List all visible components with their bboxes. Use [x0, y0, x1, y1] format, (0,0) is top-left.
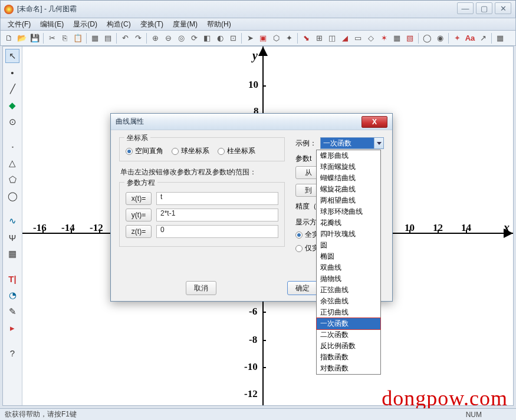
open-icon[interactable]: 📂: [16, 32, 28, 44]
tool-icon[interactable]: ▤: [102, 32, 114, 44]
dropdown-item[interactable]: 反比例函数: [317, 340, 380, 352]
redo-icon[interactable]: ↷: [132, 32, 144, 44]
cancel-button[interactable]: 取消: [186, 281, 216, 295]
prism-tool[interactable]: ⬠: [5, 173, 19, 187]
tool-icon[interactable]: ⬊: [300, 32, 312, 44]
menu-help[interactable]: 帮助(H): [202, 18, 236, 31]
dropdown-item[interactable]: 蝶形曲线: [317, 150, 380, 161]
yt-input[interactable]: 2*t-1: [156, 209, 278, 221]
cut-icon[interactable]: ✂: [46, 32, 58, 44]
tool-icon[interactable]: ▦: [89, 32, 101, 44]
tool-icon[interactable]: ◫: [326, 32, 338, 44]
text-icon[interactable]: Aa: [464, 32, 476, 44]
tool-icon[interactable]: ↗: [477, 32, 489, 44]
curve-tool[interactable]: ∿: [5, 214, 19, 228]
new-icon[interactable]: 🗋: [3, 32, 15, 44]
zoom-icon[interactable]: ⊕: [149, 32, 161, 44]
cube-tool[interactable]: ⬞: [5, 140, 19, 154]
menu-measure[interactable]: 度量(M): [168, 18, 202, 31]
tool-icon[interactable]: ◇: [365, 32, 377, 44]
tool-icon[interactable]: ◧: [201, 32, 213, 44]
radio-sphere[interactable]: 球坐标系: [172, 146, 209, 156]
dropdown-item[interactable]: 双曲线: [317, 262, 380, 273]
measure-tool[interactable]: ◔: [5, 288, 19, 302]
pointer-tool[interactable]: ↖: [5, 49, 19, 63]
point-tool[interactable]: •: [5, 65, 19, 80]
dropdown-item[interactable]: 指数函数: [317, 352, 380, 363]
menu-construct[interactable]: 构造(C): [102, 18, 136, 31]
tool-icon[interactable]: ◐: [214, 32, 226, 44]
undo-icon[interactable]: ↶: [119, 32, 131, 44]
dialog-close-button[interactable]: X: [361, 116, 387, 128]
pen-tool[interactable]: ✎: [5, 305, 19, 319]
tetra-tool[interactable]: △: [5, 156, 19, 170]
tool-icon[interactable]: ⊞: [313, 32, 325, 44]
tool-icon[interactable]: ⟳: [188, 32, 200, 44]
menu-transform[interactable]: 变换(T): [136, 18, 168, 31]
dropdown-item[interactable]: 球形环绕曲线: [317, 206, 380, 217]
text-tool[interactable]: T|: [5, 272, 19, 286]
dropdown-item[interactable]: 正弦曲线: [317, 285, 380, 296]
example-combo[interactable]: 一次函数: [320, 137, 384, 149]
close-button[interactable]: ✕: [495, 2, 511, 14]
tool-icon[interactable]: ✦: [283, 32, 295, 44]
tool-icon[interactable]: ⬡: [270, 32, 282, 44]
tool-icon[interactable]: ▧: [404, 32, 416, 44]
tool-icon[interactable]: ▣: [257, 32, 269, 44]
radio-rect[interactable]: 空间直角: [126, 146, 163, 156]
paste-icon[interactable]: 📋: [72, 32, 84, 44]
example-dropdown-list[interactable]: 蝶形曲线球面螺旋线蝴蝶结曲线螺旋花曲线两相望曲线球形环绕曲线花瓣线四叶玫瑰线圆椭…: [316, 150, 381, 375]
tool-icon[interactable]: ◎: [175, 32, 187, 44]
ok-button[interactable]: 确定: [287, 281, 318, 295]
zt-button[interactable]: z(t)=: [126, 225, 152, 238]
dropdown-item[interactable]: 正切曲线: [317, 307, 380, 318]
maximize-button[interactable]: ▢: [476, 2, 492, 14]
copy-icon[interactable]: ⎘: [59, 32, 71, 44]
yt-button[interactable]: y(t)=: [126, 209, 152, 221]
minimize-button[interactable]: —: [457, 2, 474, 14]
play-tool[interactable]: ▸: [5, 321, 19, 335]
zt-input[interactable]: 0: [156, 225, 278, 238]
dropdown-item[interactable]: 二次函数: [317, 329, 380, 340]
help-tool[interactable]: ?: [5, 346, 19, 360]
arrow-icon[interactable]: ➤: [244, 32, 256, 44]
save-icon[interactable]: 💾: [29, 32, 41, 44]
tool-icon[interactable]: ⊡: [227, 32, 239, 44]
dialog-titlebar[interactable]: 曲线属性 X: [111, 114, 392, 130]
tool-icon[interactable]: ◢: [339, 32, 351, 44]
tool-icon[interactable]: ◉: [434, 32, 446, 44]
chevron-down-icon[interactable]: [374, 138, 383, 148]
function-tool[interactable]: Ψ: [5, 230, 19, 244]
xt-button[interactable]: x(t)=: [126, 192, 152, 205]
dropdown-item[interactable]: 余弦曲线: [317, 296, 380, 307]
tool-icon[interactable]: ▭: [352, 32, 364, 44]
tool-icon[interactable]: ▦: [494, 32, 506, 44]
dropdown-item[interactable]: 对数函数: [317, 363, 380, 374]
calc-tool[interactable]: ▦: [5, 247, 19, 261]
tool-icon[interactable]: ✶: [378, 32, 390, 44]
tool-icon[interactable]: ▦: [391, 32, 403, 44]
parametric-group: 参数方程 x(t)= t y(t)= 2*t-1 z(t)= 0: [119, 182, 285, 247]
menu-edit[interactable]: 编辑(E): [35, 18, 68, 31]
dropdown-item[interactable]: 抛物线: [317, 273, 380, 285]
tool-icon[interactable]: ✦: [451, 32, 463, 44]
dropdown-item[interactable]: 一次函数: [316, 318, 381, 330]
zoom-icon[interactable]: ⊖: [162, 32, 174, 44]
dropdown-item[interactable]: 球面螺旋线: [317, 161, 380, 173]
dropdown-item[interactable]: 四叶玫瑰线: [317, 229, 380, 240]
menu-view[interactable]: 显示(D): [68, 18, 102, 31]
menu-file[interactable]: 文件(F): [3, 18, 35, 31]
line-tool[interactable]: ╱: [5, 82, 19, 96]
polygon-tool[interactable]: ◆: [5, 98, 19, 113]
dropdown-item[interactable]: 两相望曲线: [317, 195, 380, 206]
dropdown-item[interactable]: 圆: [317, 240, 380, 251]
xt-input[interactable]: t: [156, 192, 278, 205]
circle-tool[interactable]: ⊙: [5, 115, 19, 129]
dropdown-item[interactable]: 蝴蝶结曲线: [317, 173, 380, 184]
dropdown-item[interactable]: 椭圆: [317, 251, 380, 262]
dropdown-item[interactable]: 螺旋花曲线: [317, 184, 380, 195]
radio-cylinder[interactable]: 柱坐标系: [218, 146, 255, 156]
dropdown-item[interactable]: 花瓣线: [317, 217, 380, 229]
sphere-tool[interactable]: ◯: [5, 189, 19, 203]
tool-icon[interactable]: ◯: [421, 32, 433, 44]
